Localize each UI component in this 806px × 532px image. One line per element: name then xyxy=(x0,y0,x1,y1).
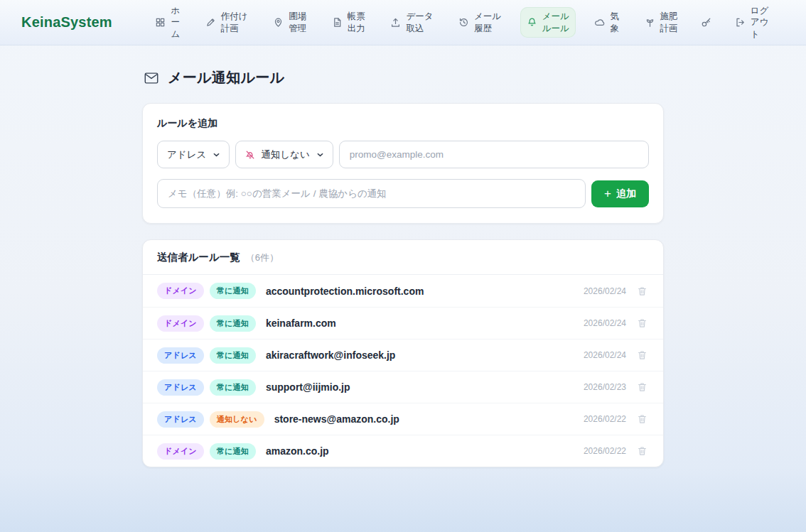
nav-item-label: 帳票 出力 xyxy=(348,11,365,34)
trash-icon xyxy=(637,445,648,457)
bell-off-icon xyxy=(245,150,255,160)
delete-rule-button[interactable] xyxy=(635,284,649,298)
nav-item-label: 作付け 計画 xyxy=(221,11,248,34)
rule-action-badge: 常に通知 xyxy=(210,315,256,332)
nav-item-home[interactable]: ホ ー ム xyxy=(149,1,186,43)
key-icon xyxy=(701,17,711,28)
rule-row: ドメイン 常に通知 keinafarm.com 2026/02/24 xyxy=(143,307,663,339)
rule-target: amazon.co.jp xyxy=(266,445,329,457)
trash-icon xyxy=(637,317,648,329)
add-rule-row-1: アドレス 通知しない xyxy=(157,141,649,168)
nav-item-label: ログ アウ ト xyxy=(751,5,769,40)
add-button-label: 追加 xyxy=(616,188,636,200)
nav-item-password-key[interactable] xyxy=(697,13,716,31)
page-title: メール通知ルール xyxy=(144,68,664,87)
delete-rule-button[interactable] xyxy=(635,412,649,426)
add-rule-button[interactable]: + 追加 xyxy=(591,180,649,207)
rule-date: 2026/02/24 xyxy=(584,286,626,296)
delete-rule-button[interactable] xyxy=(635,380,649,394)
rule-row: ドメイン 常に通知 amazon.co.jp 2026/02/22 xyxy=(143,435,663,467)
nav-item-label: データ 取込 xyxy=(406,11,433,34)
rule-target: accountprotection.microsoft.com xyxy=(266,286,424,297)
rule-date: 2026/02/23 xyxy=(584,382,626,392)
rule-memo-input[interactable] xyxy=(157,179,586,208)
rule-type-badge: アドレス xyxy=(157,347,204,364)
nav-item-fertilizer-plan[interactable]: 施肥 計画 xyxy=(638,7,684,38)
nav-item-data-import[interactable]: データ 取込 xyxy=(384,7,439,38)
nav-item-label: 気 象 xyxy=(610,11,619,34)
nav-item-label: メール ルール xyxy=(542,11,569,34)
delete-rule-button[interactable] xyxy=(635,348,649,362)
map-pin-icon xyxy=(273,17,284,28)
rule-row: ドメイン 常に通知 accountprotection.microsoft.co… xyxy=(143,275,663,307)
rule-type-badge: ドメイン xyxy=(157,315,204,332)
page-title-text: メール通知ルール xyxy=(168,68,284,87)
nav-item-weather[interactable]: 気 象 xyxy=(588,7,625,38)
rule-type-badge: ドメイン xyxy=(157,443,204,460)
nav-item-logout[interactable]: ログ アウ ト xyxy=(729,1,775,43)
rule-row: アドレス 通知しない store-news@amazon.co.jp 2026/… xyxy=(143,403,663,435)
envelope-icon xyxy=(144,70,159,86)
rule-type-badge: アドレス xyxy=(157,379,204,396)
rule-date: 2026/02/24 xyxy=(584,350,626,360)
pencil-icon xyxy=(205,17,216,28)
trash-icon xyxy=(637,413,648,425)
nav-item-mail-history[interactable]: メール 履歴 xyxy=(452,7,507,38)
cloud-icon xyxy=(594,17,605,28)
rule-row: アドレス 常に通知 support@iijmio.jp 2026/02/23 xyxy=(143,371,663,403)
trash-icon xyxy=(637,349,648,361)
nav-item-mail-rules[interactable]: メール ルール xyxy=(520,7,576,38)
nav-item-label: ホ ー ム xyxy=(171,5,180,40)
rule-date: 2026/02/22 xyxy=(584,446,626,456)
plus-icon: + xyxy=(604,188,611,200)
rule-target: support@iijmio.jp xyxy=(266,381,350,393)
dashboard-icon xyxy=(155,17,166,28)
sender-rules-count: （6件） xyxy=(246,251,279,264)
rule-target: akiracraftwork@infoseek.jp xyxy=(266,349,396,361)
rule-action-select[interactable]: 通知しない xyxy=(235,141,333,168)
delete-rule-button[interactable] xyxy=(635,316,649,330)
chevron-down-icon xyxy=(213,153,220,157)
rule-action-badge: 通知しない xyxy=(210,411,264,428)
nav-item-label: 圃場 管理 xyxy=(289,11,306,34)
rule-target: keinafarm.com xyxy=(266,317,336,329)
add-rule-card: ルールを追加 アドレス 通知しない + 追加 xyxy=(142,103,664,224)
brand-logo[interactable]: KeinaSystem xyxy=(21,14,112,31)
document-icon xyxy=(332,17,343,28)
upload-icon xyxy=(390,17,401,28)
nav-item-label: 施肥 計画 xyxy=(660,11,678,34)
rule-target: store-news@amazon.co.jp xyxy=(274,413,399,425)
rule-action-value: 通知しない xyxy=(261,148,309,161)
chevron-down-icon xyxy=(317,153,323,157)
rule-date: 2026/02/22 xyxy=(584,414,626,424)
main-nav: ホ ー ム 作付け 計画 圃場 管理 帳票 出力 データ 取込 メール 履歴 メ… xyxy=(136,1,788,43)
rule-action-badge: 常に通知 xyxy=(210,347,256,364)
rule-type-value: アドレス xyxy=(167,148,206,161)
rule-row: アドレス 常に通知 akiracraftwork@infoseek.jp 202… xyxy=(143,339,663,371)
rule-type-select[interactable]: アドレス xyxy=(157,141,230,168)
trash-icon xyxy=(637,381,648,393)
bell-icon xyxy=(527,17,537,28)
add-rule-row-2: + 追加 xyxy=(157,179,649,208)
nav-item-label: メール 履歴 xyxy=(474,11,501,34)
rule-action-badge: 常に通知 xyxy=(210,283,256,299)
add-rule-heading: ルールを追加 xyxy=(157,117,649,130)
rule-type-badge: アドレス xyxy=(157,411,204,428)
trash-icon xyxy=(637,286,648,297)
delete-rule-button[interactable] xyxy=(635,444,649,458)
history-icon xyxy=(458,17,469,28)
rule-target-input[interactable] xyxy=(339,141,649,168)
nav-item-report-output[interactable]: 帳票 出力 xyxy=(326,7,372,38)
app-header: KeinaSystem ホ ー ム 作付け 計画 圃場 管理 帳票 出力 データ… xyxy=(0,0,806,45)
nav-item-planting-plan[interactable]: 作付け 計画 xyxy=(199,7,254,38)
main-content: メール通知ルール ルールを追加 アドレス 通知しない + 追加 xyxy=(142,45,664,467)
rule-date: 2026/02/24 xyxy=(584,318,626,328)
nav-item-field-management[interactable]: 圃場 管理 xyxy=(267,7,313,38)
sender-rules-card: 送信者ルール一覧 （6件） ドメイン 常に通知 accountprotectio… xyxy=(142,239,664,467)
sprout-icon xyxy=(645,17,655,28)
sender-rules-header: 送信者ルール一覧 （6件） xyxy=(143,240,663,275)
rule-action-badge: 常に通知 xyxy=(210,379,256,396)
rule-action-badge: 常に通知 xyxy=(210,443,256,460)
sender-rules-title: 送信者ルール一覧 xyxy=(157,251,240,264)
logout-icon xyxy=(735,17,746,28)
